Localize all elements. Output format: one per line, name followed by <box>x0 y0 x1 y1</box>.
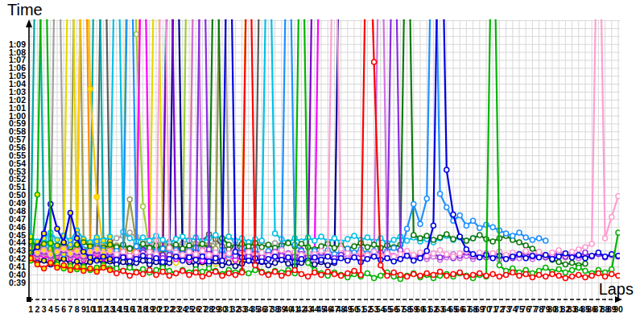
lap-marker <box>424 196 429 201</box>
lap-marker <box>444 205 449 210</box>
lap-marker <box>378 263 383 268</box>
lap-marker <box>233 250 237 254</box>
lap-marker <box>233 264 237 269</box>
lap-marker <box>464 274 469 279</box>
lap-marker <box>391 259 396 264</box>
lap-marker <box>444 252 449 257</box>
lap-marker <box>213 233 218 237</box>
lap-marker <box>286 262 291 266</box>
lap-marker <box>504 257 509 262</box>
lap-marker <box>385 251 390 256</box>
lap-marker <box>180 246 185 251</box>
lap-marker <box>418 250 423 255</box>
lap-marker <box>141 258 146 263</box>
axis-origin-marker <box>27 297 31 302</box>
lap-marker <box>603 274 608 279</box>
lap-marker <box>167 246 171 250</box>
lap-marker <box>42 266 47 271</box>
lap-marker <box>510 270 515 275</box>
lap-marker <box>596 271 601 276</box>
lap-marker <box>345 271 350 276</box>
lap-marker <box>583 250 588 255</box>
lap-marker <box>121 255 126 260</box>
lap-marker <box>537 272 542 277</box>
lap-marker <box>226 242 231 247</box>
series-line-blue <box>31 0 618 262</box>
lap-marker <box>147 258 152 263</box>
lap-marker <box>35 245 39 250</box>
lap-marker <box>147 268 152 273</box>
lap-marker <box>259 270 264 275</box>
lap-marker <box>477 271 482 276</box>
lap-marker <box>352 255 357 260</box>
lap-marker <box>88 87 93 92</box>
lap-marker <box>81 269 86 274</box>
lap-marker <box>372 250 377 254</box>
lap-marker <box>134 31 138 36</box>
lap-marker <box>583 262 588 266</box>
lap-marker <box>114 252 119 257</box>
lap-marker <box>259 238 264 243</box>
lap-marker <box>312 270 317 275</box>
lap-marker <box>609 267 614 272</box>
lap-marker <box>180 258 185 263</box>
lap-marker <box>497 274 502 279</box>
lap-marker <box>418 221 423 226</box>
lap-marker <box>42 231 47 236</box>
lap-marker <box>88 255 93 260</box>
lap-marker <box>411 271 416 276</box>
lap-marker <box>477 233 482 237</box>
lap-marker <box>570 261 575 266</box>
lap-marker <box>424 249 429 254</box>
lap-marker <box>187 250 192 254</box>
lap-marker <box>616 230 621 235</box>
lap-marker <box>457 251 462 256</box>
lap-marker <box>325 263 330 268</box>
x-tick-label: 1 <box>28 304 33 314</box>
lap-marker <box>438 192 443 196</box>
lap-marker <box>134 244 138 249</box>
lap-marker <box>391 237 396 242</box>
lap-marker <box>127 259 132 264</box>
lap-marker <box>405 254 410 258</box>
lap-marker <box>523 249 528 254</box>
lap-marker <box>101 266 105 270</box>
lap-marker <box>233 272 237 277</box>
lap-marker <box>352 244 357 249</box>
lap-marker <box>405 249 410 254</box>
lap-marker <box>114 266 119 271</box>
x-tick-label: 4 <box>48 304 53 314</box>
lap-marker <box>372 275 377 280</box>
lap-marker <box>418 236 423 241</box>
lap-marker <box>345 246 350 251</box>
x-axis-title: Laps <box>599 280 634 299</box>
lap-marker <box>365 245 369 250</box>
lap-marker <box>154 256 159 261</box>
lap-marker <box>490 271 495 276</box>
lap-marker <box>405 226 410 231</box>
lap-marker <box>490 225 495 229</box>
lap-marker <box>48 241 53 246</box>
lap-marker <box>339 246 344 251</box>
lap-marker <box>490 256 495 261</box>
lap-marker <box>391 254 396 259</box>
lap-marker <box>55 250 60 254</box>
lap-marker <box>556 254 561 259</box>
lap-marker <box>187 243 192 248</box>
lap-marker <box>451 271 456 276</box>
lap-marker <box>108 268 113 273</box>
lap-marker <box>543 274 548 279</box>
lap-marker <box>596 250 601 255</box>
lap-marker <box>127 273 132 278</box>
lap-marker <box>94 247 99 252</box>
lap-marker <box>556 260 561 265</box>
lap-marker <box>523 235 528 240</box>
lap-marker <box>576 266 581 270</box>
lap-marker <box>451 237 456 242</box>
lap-marker <box>141 267 146 272</box>
x-tick-label: 7 <box>68 304 72 314</box>
lap-marker <box>121 269 126 274</box>
lap-marker <box>273 231 278 236</box>
lap-marker <box>319 249 324 254</box>
lap-marker <box>345 251 350 256</box>
